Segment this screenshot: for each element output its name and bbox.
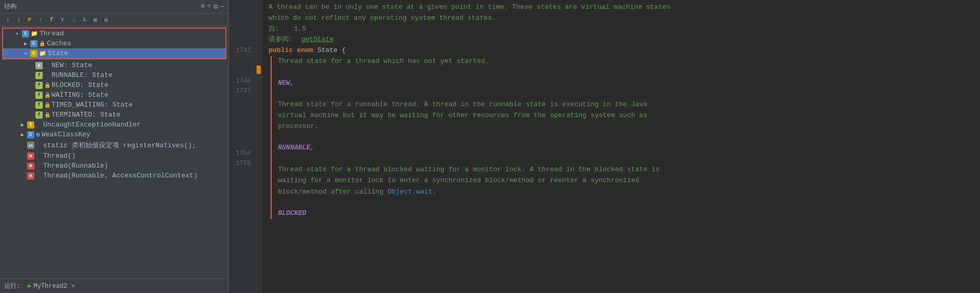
tree-item-uncaught[interactable]: ▶ I UncaughtExceptionHandler bbox=[0, 120, 228, 130]
label-blocked: BLOCKED: State bbox=[52, 81, 108, 89]
main-area: 结构 ≡ ÷ ⚙ — ↕ ↨ P ↑ f Y ◯ λ ⊞ ⊟ bbox=[0, 0, 980, 293]
since-line: 自: 1.5 bbox=[269, 24, 974, 35]
tree-item-runnable[interactable]: f RUNNABLE: State bbox=[0, 70, 228, 80]
doc-intro-text2: which do not reflect any operating syste… bbox=[269, 14, 496, 22]
line-1755: 1755 bbox=[229, 159, 251, 169]
circle-icon[interactable]: ◯ bbox=[69, 15, 78, 24]
sort-icon[interactable]: ↕ bbox=[3, 15, 12, 24]
expand-icon[interactable]: ⊞ bbox=[91, 15, 100, 24]
tree-item-state[interactable]: ▾ E 📁 State bbox=[3, 48, 225, 58]
lock-timed: 🔒 bbox=[44, 102, 50, 108]
label-uncaught: UncaughtExceptionHandler bbox=[43, 121, 141, 129]
minimize-icon[interactable]: — bbox=[220, 2, 224, 11]
tree-item-new[interactable]: s NEW: State bbox=[0, 60, 228, 70]
tree-item-weakclasskey[interactable]: ▶ C WeakClassKey bbox=[0, 130, 228, 139]
settings-icon[interactable]: ⚙ bbox=[213, 2, 218, 11]
lock-blocked: 🔒 bbox=[44, 82, 50, 88]
new-block: Thread state for a thread which has not … bbox=[271, 56, 974, 219]
badge-m-ctor3: m bbox=[27, 172, 34, 180]
new-label: NEW, bbox=[278, 79, 294, 87]
runnable-comment-text1: Thread state for a runnable thread. A th… bbox=[278, 100, 647, 108]
sort2-icon[interactable]: ↨ bbox=[14, 15, 23, 24]
enum-decl-line: public enum State { bbox=[269, 45, 974, 56]
red-box-highlight: ▾ C 📁 Thread ▶ C 🔒 Caches ▾ E 📁 S bbox=[2, 28, 226, 59]
kw-enum: enum bbox=[297, 46, 317, 54]
label-weakclasskey: WeakClassKey bbox=[42, 131, 91, 138]
line-1746: 1746 bbox=[229, 77, 251, 86]
right-panel: 1742 1746 1747 1754 1755 bbox=[229, 0, 980, 293]
label-thread: Thread bbox=[40, 30, 64, 37]
run-tab-close[interactable]: × bbox=[71, 283, 75, 289]
runnable-label: RUNNABLE, bbox=[278, 144, 314, 151]
lock-caches: 🔒 bbox=[39, 41, 45, 47]
label-timed-waiting: TIMED_WAITING: State bbox=[52, 101, 133, 109]
lock-terminated: 🔒 bbox=[44, 112, 50, 118]
collapse-icon[interactable]: ⊟ bbox=[101, 15, 111, 24]
doc-intro-line2: which do not reflect any operating syste… bbox=[269, 13, 974, 24]
runnable-comment-text2: virtual machine but it may be waiting fo… bbox=[278, 111, 647, 119]
tree-item-thread-ctor3[interactable]: m Thread(Runnable, AccessControlContext) bbox=[0, 171, 228, 181]
badge-f-runnable: f bbox=[35, 72, 43, 79]
run-icon: ▶ bbox=[28, 282, 31, 290]
badge-m-ctor1: m bbox=[27, 152, 34, 160]
tree-item-thread-ctor1[interactable]: m Thread() bbox=[0, 151, 228, 161]
badge-c-caches: C bbox=[30, 40, 37, 47]
blank-line1 bbox=[278, 67, 974, 78]
toolbar-row: ↕ ↨ P ↑ f Y ◯ λ ⊞ ⊟ bbox=[0, 14, 228, 27]
since-val: 1.5 bbox=[294, 25, 306, 33]
align-icon[interactable]: ≡ bbox=[200, 2, 205, 11]
new-label-line: NEW, bbox=[278, 78, 974, 89]
folder-state: 📁 bbox=[39, 50, 46, 57]
label-thread-ctor2: Thread(Runnable) bbox=[43, 162, 108, 170]
bookmark-col bbox=[255, 0, 262, 293]
arrow-weak: ▶ bbox=[21, 132, 27, 138]
blocked-comment-text1: Thread state for a thread blocked waitin… bbox=[278, 165, 659, 173]
code-area[interactable]: 1742 1746 1747 1754 1755 bbox=[229, 0, 980, 293]
label-runnable: RUNNABLE: State bbox=[52, 71, 112, 79]
blocked-comment-text3-pre: block/method after calling bbox=[278, 188, 388, 196]
line-1747: 1747 bbox=[229, 86, 251, 96]
blank-line2 bbox=[278, 88, 974, 99]
runnable-comment-line2: virtual machine but it may be waiting fo… bbox=[278, 110, 974, 121]
tree-item-terminated[interactable]: f 🔒 TERMINATED: State bbox=[0, 110, 228, 120]
blocked-comment-line2: waiting for a monitor lock to enter a sy… bbox=[278, 175, 974, 186]
arrow-state: ▾ bbox=[24, 50, 30, 57]
code-content: A thread can be in only one state at a g… bbox=[262, 0, 980, 293]
badge-f-waiting: f bbox=[35, 92, 43, 99]
run-tab[interactable]: ▶ MyThread2 × bbox=[24, 281, 78, 291]
tree-item-waiting[interactable]: f 🔒 WAITING: State bbox=[0, 90, 228, 100]
tree-area[interactable]: ▾ C 📁 Thread ▶ C 🔒 Caches ▾ E 📁 S bbox=[0, 27, 228, 278]
since-label: 自: bbox=[269, 25, 279, 33]
tree-item-thread[interactable]: ▾ C 📁 Thread bbox=[3, 29, 225, 39]
structure-title: 结构 bbox=[4, 2, 17, 11]
tree-item-thread-ctor2[interactable]: m Thread(Runnable) bbox=[0, 161, 228, 171]
tree-item-register[interactable]: st static 类初始值设定项 registerNatives(); bbox=[0, 139, 228, 151]
p-icon[interactable]: P bbox=[25, 15, 34, 24]
label-state: State bbox=[48, 49, 68, 57]
blank-line4 bbox=[278, 154, 974, 164]
arrow-caches: ▶ bbox=[24, 41, 30, 47]
blocked-label-line: BLOCKED bbox=[278, 208, 974, 219]
y-icon[interactable]: Y bbox=[58, 15, 67, 24]
structure-header: 结构 ≡ ÷ ⚙ — bbox=[0, 0, 228, 14]
label-new: NEW: State bbox=[52, 61, 92, 69]
run-bar: 运行: ▶ MyThread2 × bbox=[0, 278, 228, 293]
tree-item-caches[interactable]: ▶ C 🔒 Caches bbox=[3, 39, 225, 48]
badge-f-timed: f bbox=[35, 101, 43, 109]
doc-intro-text1: A thread can be in only one state at a g… bbox=[269, 3, 670, 11]
line-1742: 1742 bbox=[229, 46, 251, 56]
runnable-comment-line3: processor. bbox=[278, 121, 974, 132]
tree-item-timed-waiting[interactable]: f 🔒 TIMED_WAITING: State bbox=[0, 100, 228, 110]
split-icon[interactable]: ÷ bbox=[207, 2, 211, 11]
tree-item-blocked[interactable]: f 🔒 BLOCKED: State bbox=[0, 80, 228, 90]
badge-i-uncaught: I bbox=[27, 121, 34, 129]
f-icon[interactable]: f bbox=[47, 15, 56, 24]
blocked-label: BLOCKED bbox=[278, 209, 307, 217]
arrow-uncaught: ▶ bbox=[21, 122, 27, 128]
label-terminated: TERMINATED: State bbox=[52, 111, 121, 119]
badge-s-register: st bbox=[27, 142, 34, 149]
runnable-comment-text3: processor. bbox=[278, 122, 319, 130]
lambda-icon[interactable]: λ bbox=[80, 15, 89, 24]
up-icon[interactable]: ↑ bbox=[36, 15, 45, 24]
badge-e-state: E bbox=[30, 50, 37, 57]
